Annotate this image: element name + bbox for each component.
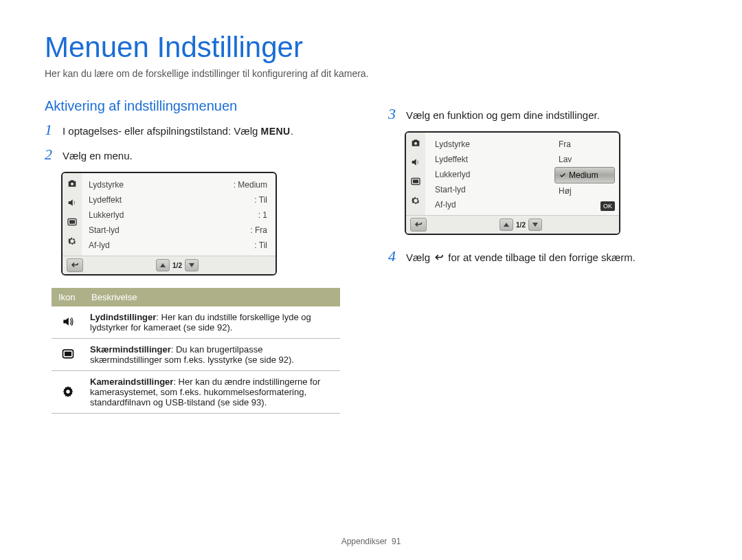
step-1-text-post: . [291,125,293,137]
setting-value: : Til [254,195,267,205]
screen-icon [66,216,78,228]
table-row: Lydindstillinger: Her kan du indstille f… [52,306,340,339]
screen-icon [60,346,76,361]
setting-value: : Medium [234,180,267,190]
setting-label: Lukkerlyd [89,210,124,220]
step-number: 1 [45,121,57,139]
setting-label: Lydstyrke [431,137,552,152]
option-item-selected[interactable]: Medium [554,167,615,183]
screen-sidebar [406,133,425,215]
gear-icon [409,194,422,207]
step-3-text: Vælg en funktion og gem dine indstilling… [406,107,600,121]
option-item[interactable]: Fra [554,137,615,152]
option-item[interactable]: Lav [554,152,615,167]
table-header-desc: Beskrivelse [85,288,340,306]
setting-label: Af-lyd [431,197,552,212]
step-number: 3 [388,105,401,123]
page-down-button[interactable] [528,219,542,231]
section-heading: Aktivering af indstillingsmenuen [45,98,347,114]
step-4-text-pre: Vælg [406,251,433,263]
page-footer: Appendikser 91 [0,537,742,546]
step-4-text-post: for at vende tilbage til den forrige skæ… [448,251,636,263]
setting-label: Af-lyd [89,240,110,250]
row-title: Lydindstillinger [90,312,156,322]
setting-label: Start-lyd [89,225,120,235]
svg-point-6 [66,390,69,393]
setting-value: : Til [254,240,267,250]
step-3: 3 Vælg en funktion og gem dine indstilli… [388,105,690,123]
screen-icon [409,175,422,188]
back-button[interactable] [410,218,427,232]
ok-button[interactable]: OK [600,201,615,211]
screen-sidebar [63,173,82,256]
table-row: Skærmindstillinger: Du kan brugertilpass… [52,339,340,371]
step-1-text-pre: I optagelses- eller afspilningstilstand:… [63,125,261,137]
camera-icon [409,137,422,149]
setting-label: Lydeffekt [89,195,122,205]
table-header-icon: Ikon [52,288,85,306]
row-title: Skærmindstillinger [90,344,171,355]
step-number: 4 [388,247,401,265]
svg-rect-9 [413,179,418,183]
sound-icon [66,197,78,209]
option-item[interactable]: Høj [554,183,615,199]
back-icon [433,253,445,262]
camera-icon [66,177,78,190]
page-down-button[interactable] [185,259,199,271]
settings-list: Lydstyrke: Medium Lydeffekt: Til Lukkerl… [82,173,276,256]
step-number: 2 [45,146,57,164]
setting-label: Start-lyd [431,182,552,197]
step-4: 4 Vælg for at vende tilbage til den forr… [388,247,690,265]
svg-rect-4 [65,352,71,357]
back-button[interactable] [67,258,83,272]
svg-point-0 [71,183,74,186]
pager-label: 1/2 [172,262,182,269]
row-title: Kameraindstillinger [90,377,173,387]
svg-point-7 [414,142,417,145]
check-icon [559,172,566,179]
settings-list: Lydstyrke Lydeffekt Lukkerlyd Start-lyd … [425,133,554,215]
setting-label: Lydeffekt [431,152,552,167]
step-1: 1 I optagelses- eller afspilningstilstan… [45,121,347,139]
setting-value: : Fra [250,225,267,235]
svg-rect-2 [69,220,75,223]
page-up-button[interactable] [499,219,513,231]
page-title: Menuen Indstillinger [45,31,697,64]
sound-icon [409,156,422,168]
footer-page-number: 91 [392,537,401,546]
camera-screen-options: Lydstyrke Lydeffekt Lukkerlyd Start-lyd … [405,131,620,235]
pager-label: 1/2 [516,221,526,229]
intro-text: Her kan du lære om de forskellige indsti… [45,68,697,79]
option-list: Fra Lav Medium Høj OK [554,133,619,215]
footer-section: Appendikser [341,537,387,546]
step-2: 2 Vælg en menu. [45,146,347,164]
setting-value: : 1 [258,210,267,220]
menu-icon: MENU [261,125,291,137]
page-up-button[interactable] [156,259,170,271]
icon-description-table: Ikon Beskrivelse Lydindstillinger: Her k… [52,288,340,414]
setting-label: Lydstyrke [89,180,124,190]
gear-icon [66,235,78,247]
gear-icon [60,384,76,399]
step-2-text: Vælg en menu. [63,147,133,161]
table-row: Kameraindstillinger: Her kan du ændre in… [52,371,340,414]
setting-label: Lukkerlyd [431,167,552,182]
sound-icon [60,314,76,329]
camera-screen-menu: Lydstyrke: Medium Lydeffekt: Til Lukkerl… [61,172,277,276]
